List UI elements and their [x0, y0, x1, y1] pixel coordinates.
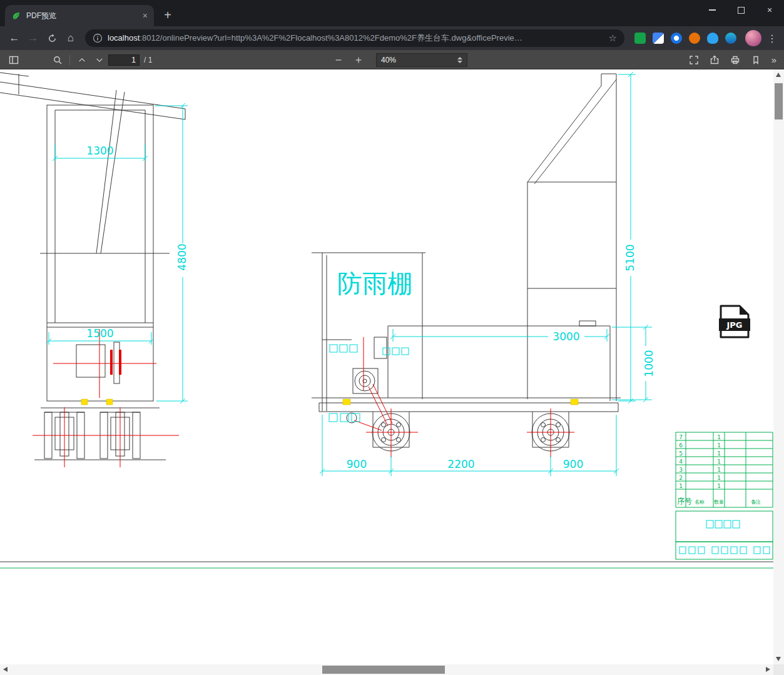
page-count-label: / 1: [144, 56, 152, 64]
horizontal-scrollbar[interactable]: [0, 664, 773, 675]
dimension-lines: [46, 72, 770, 554]
tb-row-no: 4: [679, 459, 683, 465]
print-button[interactable]: [726, 52, 744, 68]
minus-icon: [334, 56, 343, 64]
highlight-markers: [81, 399, 578, 405]
dim-front-height: 4800: [176, 243, 188, 270]
extension-icon-5[interactable]: [707, 33, 718, 44]
reload-icon: [48, 34, 57, 43]
dim-front-width: 1300: [86, 145, 113, 157]
forward-button[interactable]: →: [24, 29, 43, 48]
tb-header-no: 序号: [677, 497, 692, 505]
sidebar-toggle-icon: [9, 55, 19, 65]
previous-page-button[interactable]: [73, 52, 91, 68]
zoom-out-button[interactable]: [330, 52, 347, 68]
dim-side-height: 5100: [624, 244, 636, 271]
url-text[interactable]: localhost:8012/onlinePreview?url=http%3A…: [108, 33, 604, 44]
scroll-right-arrow[interactable]: [766, 667, 770, 672]
url-host: localhost: [108, 33, 140, 43]
tb-row-no: 6: [679, 442, 683, 449]
minimize-icon: [709, 9, 716, 11]
tb-header-note: 备注: [751, 499, 761, 505]
dim-front-lower-width: 1500: [86, 327, 113, 340]
jpg-label: JPG: [726, 320, 742, 330]
chevron-up-icon: [78, 56, 86, 64]
tb-header-qty: 数量: [714, 499, 724, 505]
open-file-icon: [710, 55, 720, 65]
bookmark-button[interactable]: [747, 52, 765, 68]
tb-qty: 1: [717, 475, 721, 481]
tb-qty: 1: [717, 450, 721, 457]
dim-right-span: 900: [563, 458, 583, 470]
scroll-left-arrow[interactable]: [3, 667, 8, 672]
red-details: [110, 350, 121, 375]
dim-box-width: 3000: [552, 330, 579, 343]
presentation-mode-button[interactable]: [685, 52, 703, 68]
tab-title: PDF预览: [26, 11, 138, 21]
select-spinner-icon: [457, 57, 462, 63]
zoom-controls: 40%: [330, 50, 467, 69]
fullscreen-icon: [689, 55, 699, 65]
zoom-level-value: 40%: [381, 56, 457, 64]
zoom-level-select[interactable]: 40%: [376, 53, 467, 67]
bookmark-icon: [751, 55, 761, 65]
bookmark-star-icon[interactable]: ☆: [609, 33, 617, 44]
tb-row-no: 3: [679, 467, 683, 473]
back-button[interactable]: ←: [5, 29, 24, 48]
extension-icon-1[interactable]: [634, 33, 646, 44]
print-icon: [730, 55, 740, 65]
open-file-button[interactable]: [706, 52, 723, 68]
search-icon: [53, 55, 63, 65]
sidebar-toggle-button[interactable]: [5, 52, 23, 68]
tb-row-no: 1: [679, 483, 683, 489]
tb-row-no: 2: [679, 475, 683, 481]
pdf-toolbar-right: »: [685, 50, 780, 69]
tb-qty: 1: [717, 434, 721, 440]
maximize-icon: [738, 7, 745, 14]
url-path: :8012/onlinePreview?url=http%3A%2F%2Floc…: [140, 33, 522, 43]
extension-icon-4[interactable]: [689, 33, 700, 44]
dim-left-span: 900: [347, 458, 367, 470]
tb-qty: 1: [717, 442, 721, 449]
extension-icon-6[interactable]: [725, 33, 736, 44]
shelter-label: 防雨棚: [337, 269, 412, 298]
plus-icon: [354, 56, 363, 64]
vertical-scrollbar-thumb[interactable]: [775, 83, 783, 119]
tb-row-no: 7: [679, 434, 683, 440]
more-tools-button[interactable]: »: [768, 54, 780, 65]
pdf-toolbar-left: / 1: [0, 52, 152, 68]
next-page-button[interactable]: [91, 52, 108, 68]
window-controls: ×: [698, 0, 784, 20]
chevron-down-icon: [95, 56, 104, 64]
new-tab-button[interactable]: +: [159, 6, 176, 24]
pdf-toolbar: / 1 40%: [0, 50, 784, 69]
extension-icon-3[interactable]: [671, 33, 682, 44]
search-button[interactable]: [49, 52, 66, 68]
minimize-button[interactable]: [698, 0, 726, 20]
page-info-icon[interactable]: [93, 33, 103, 43]
navigation-bar: ← → ⌂ localhost:8012/onlinePreview?url=h…: [0, 26, 784, 50]
tb-header-name: 名称: [695, 499, 705, 505]
profile-avatar[interactable]: [745, 30, 761, 46]
jpg-file-icon: JPG: [719, 306, 750, 337]
dim-box-height: 1000: [643, 350, 655, 377]
browser-tab[interactable]: PDF预览 ×: [5, 5, 154, 26]
browser-menu-button[interactable]: ⋮: [765, 33, 779, 44]
maximize-button[interactable]: [726, 0, 755, 20]
tb-qty: 1: [717, 459, 721, 465]
pdf-page: 1300 4800 1500 5100 3000 1000 900 2200 9…: [0, 69, 773, 664]
close-button[interactable]: ×: [755, 0, 784, 20]
address-bar[interactable]: localhost:8012/onlinePreview?url=http%3A…: [85, 29, 624, 47]
page-number-input[interactable]: [108, 54, 140, 66]
tab-close-icon[interactable]: ×: [143, 11, 148, 20]
scroll-up-arrow[interactable]: [776, 73, 781, 77]
reload-button[interactable]: [43, 29, 61, 48]
horizontal-scrollbar-thumb[interactable]: [322, 666, 445, 674]
drawing-geometry: [0, 73, 773, 562]
zoom-in-button[interactable]: [350, 52, 367, 68]
vertical-scrollbar[interactable]: [773, 69, 784, 664]
extension-icon-2[interactable]: [653, 33, 664, 44]
home-button[interactable]: ⌂: [61, 29, 80, 48]
scroll-down-arrow[interactable]: [776, 657, 781, 661]
extensions-row: [634, 33, 736, 44]
